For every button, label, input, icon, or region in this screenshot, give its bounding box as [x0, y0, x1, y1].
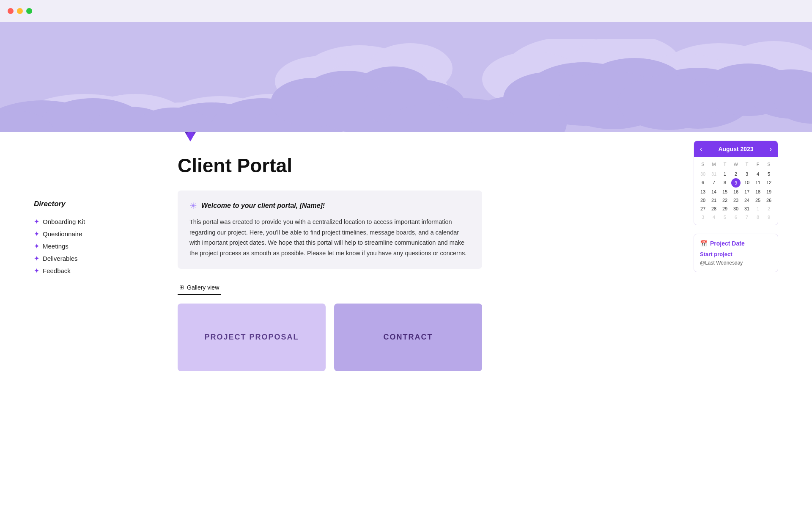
welcome-box: ☀ Welcome to your client portal, [Name]!…	[178, 190, 482, 269]
gallery-tab-label: Gallery view	[187, 284, 219, 291]
calendar-cell[interactable]: 4	[752, 170, 763, 178]
project-proposal-card[interactable]: PROJECT PROPOSAL	[178, 304, 326, 371]
calendar-row: 6789101112	[697, 178, 774, 188]
calendar-cell[interactable]: 2	[730, 170, 741, 178]
page-title: Client Portal	[178, 154, 668, 177]
calendar-title: August 2023	[718, 146, 753, 152]
gallery-cards: PROJECT PROPOSAL CONTRACT	[178, 304, 482, 371]
calendar-cell[interactable]: 29	[719, 204, 730, 213]
calendar-header: ‹ August 2023 ›	[694, 141, 778, 157]
calendar-cell[interactable]: 27	[697, 204, 708, 213]
grid-icon: ⊞	[179, 284, 184, 290]
project-date-sub: Start project	[700, 251, 772, 257]
calendar-small-icon: 📅	[700, 240, 707, 247]
welcome-title: Welcome to your client portal, [Name]!	[201, 202, 325, 210]
calendar-cell[interactable]: 24	[741, 196, 752, 204]
sidebar-item[interactable]: ✦Onboarding Kit	[34, 215, 152, 228]
project-date-title: 📅 Project Date	[700, 240, 772, 247]
maximize-button[interactable]	[26, 8, 32, 14]
calendar-cell[interactable]: 4	[708, 213, 719, 221]
calendar-cell[interactable]: 17	[741, 188, 752, 196]
hero-banner	[0, 22, 812, 132]
calendar-cell[interactable]: 9	[731, 178, 741, 188]
star-icon: ✦	[34, 254, 39, 262]
calendar-cell[interactable]: 2	[763, 204, 774, 213]
calendar-cell[interactable]: 13	[697, 188, 708, 196]
sidebar-item[interactable]: ✦Questionnaire	[34, 228, 152, 240]
contract-card[interactable]: CONTRACT	[334, 304, 482, 371]
calendar-next-button[interactable]: ›	[770, 145, 772, 153]
calendar-cell[interactable]: 8	[752, 213, 763, 221]
calendar-cell[interactable]: 6	[730, 213, 741, 221]
calendar-cell[interactable]: 8	[719, 178, 730, 188]
contract-card-label: CONTRACT	[384, 333, 433, 342]
calendar-cell[interactable]: 3	[741, 170, 752, 178]
star-icon: ✦	[34, 267, 39, 275]
sidebar-title: Directory	[34, 200, 152, 211]
calendar-row: 13141516171819	[697, 188, 774, 196]
sidebar-item[interactable]: ✦Feedback	[34, 265, 152, 277]
calendar-cell[interactable]: 16	[730, 188, 741, 196]
star-icon: ✦	[34, 218, 39, 226]
svg-point-38	[617, 75, 719, 130]
calendar-cell[interactable]: 25	[752, 196, 763, 204]
calendar-cell[interactable]: 31	[708, 170, 719, 178]
project-date-box: 📅 Project Date Start project @Last Wedne…	[694, 234, 778, 272]
calendar-cell[interactable]: 11	[752, 178, 763, 188]
minimize-button[interactable]	[17, 8, 23, 14]
calendar-cell[interactable]: 5	[763, 170, 774, 178]
calendar-cell[interactable]: 21	[708, 196, 719, 204]
calendar-cell[interactable]: 18	[752, 188, 763, 196]
proposal-card-label: PROJECT PROPOSAL	[204, 333, 299, 342]
calendar-cell[interactable]: 22	[719, 196, 730, 204]
calendar-cell[interactable]: 23	[730, 196, 741, 204]
calendar-cell[interactable]: 7	[708, 178, 719, 188]
welcome-header: ☀ Welcome to your client portal, [Name]!	[189, 201, 470, 211]
main-content: Client Portal ☀ Welcome to your client p…	[178, 132, 668, 371]
calendar-cell[interactable]: 26	[763, 196, 774, 204]
sidebar-item[interactable]: ✦Deliverables	[34, 252, 152, 265]
calendar-row: 20212223242526	[697, 196, 774, 204]
calendar-cell[interactable]: 31	[741, 204, 752, 213]
calendar-prev-button[interactable]: ‹	[700, 145, 702, 153]
close-button[interactable]	[8, 8, 14, 14]
star-icon: ✦	[34, 230, 39, 238]
calendar-row: 303112345	[697, 170, 774, 178]
calendar-cell[interactable]: 1	[719, 170, 730, 178]
calendar-cell[interactable]: 15	[719, 188, 730, 196]
calendar-cell[interactable]: 6	[697, 178, 708, 188]
calendar-cell[interactable]: 9	[763, 213, 774, 221]
sidebar: Directory ✦Onboarding Kit✦Questionnaire✦…	[34, 132, 152, 371]
calendar-cell[interactable]: 7	[741, 213, 752, 221]
calendar-cell[interactable]: 30	[697, 170, 708, 178]
calendar-day-headers: S M T W T F S	[697, 160, 774, 168]
star-icon: ✦	[34, 242, 39, 250]
sidebar-item[interactable]: ✦Meetings	[34, 240, 152, 252]
calendar-cell[interactable]: 3	[697, 213, 708, 221]
calendar-cell[interactable]: 1	[752, 204, 763, 213]
calendar-grid: S M T W T F S 30311234567891011121314151…	[694, 157, 778, 225]
calendar-cell[interactable]: 19	[763, 188, 774, 196]
titlebar	[0, 0, 812, 22]
gallery-tab-bar: ⊞ Gallery view	[178, 281, 482, 295]
welcome-body: This portal was created to provide you w…	[189, 217, 470, 259]
calendar-cell[interactable]: 20	[697, 196, 708, 204]
calendar-cell[interactable]: 12	[763, 178, 774, 188]
calendar-cell[interactable]: 5	[719, 213, 730, 221]
calendar-row: 272829303112	[697, 204, 774, 213]
calendar-row: 3456789	[697, 213, 774, 221]
calendar-cell[interactable]: 10	[741, 178, 752, 188]
sun-icon: ☀	[189, 201, 197, 211]
calendar-cell[interactable]: 14	[708, 188, 719, 196]
right-panel: ‹ August 2023 › S M T W T F S 3031123456…	[694, 132, 778, 371]
calendar: ‹ August 2023 › S M T W T F S 3031123456…	[694, 141, 778, 225]
calendar-cell[interactable]: 30	[730, 204, 741, 213]
calendar-cell[interactable]: 28	[708, 204, 719, 213]
gallery-view-tab[interactable]: ⊞ Gallery view	[178, 281, 221, 295]
project-date-val: @Last Wednesday	[700, 260, 772, 266]
